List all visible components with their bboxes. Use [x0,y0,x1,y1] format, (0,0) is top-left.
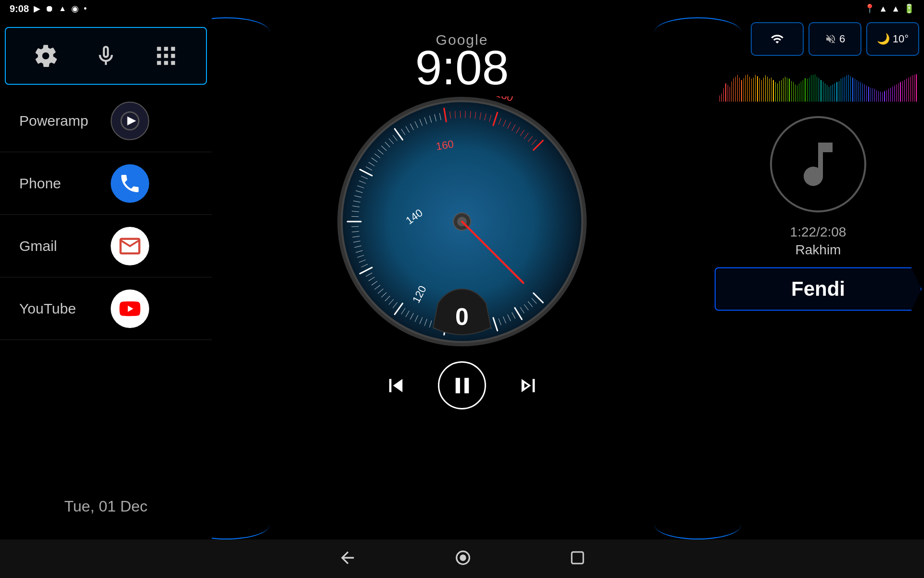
eq-bar [793,82,794,102]
eq-bar [732,81,732,102]
eq-bar [831,85,831,102]
eq-bar [805,78,805,102]
eq-bar [882,92,883,102]
eq-bar [839,81,839,102]
eq-bar [888,89,889,102]
next-button[interactable] [515,372,541,399]
right-panel: 6 🌙 10° 1:22/2:08 Rakhim Fendi [712,17,924,578]
date-display: Tue, 01 Dec [0,498,212,515]
eq-bar [737,75,738,102]
eq-bar [845,77,845,102]
eq-bar [841,79,841,102]
youtube-icon [111,289,149,328]
eq-bar [751,79,752,102]
eq-bar [771,78,771,102]
eq-bar [821,80,821,102]
app-label-youtube: YouTube [19,301,96,317]
eq-bar [791,81,792,102]
top-controls-bar [5,27,207,85]
app-item-youtube[interactable]: YouTube [0,277,212,340]
eq-bar [886,90,887,102]
p-icon: ◉ [71,3,79,14]
eq-bar [892,87,893,102]
eq-bar [904,80,905,102]
eq-bar [763,78,764,102]
music-note-icon [770,116,866,212]
eq-bar [721,93,722,102]
svg-line-59 [351,226,359,227]
eq-bar [864,84,865,102]
eq-bar [787,78,787,102]
speedometer: 0 20 40 60 80 100 120 140 160 180 200 0 [337,96,587,347]
equalizer [717,63,919,102]
eq-bar [757,76,757,102]
eq-bar [912,75,912,102]
eq-bar [914,75,914,102]
app-label-gmail: Gmail [19,238,96,254]
recents-button[interactable] [569,549,586,568]
pause-button[interactable] [438,361,486,409]
app-item-poweramp[interactable]: Poweramp [0,90,212,152]
eq-bar [775,82,776,102]
dot-icon: • [84,4,87,14]
eq-bar [797,85,797,102]
apps-grid-button[interactable] [154,44,178,68]
eq-bar [855,79,855,102]
eq-bar [823,81,823,102]
eq-bar [873,88,873,102]
eq-bar [741,80,742,102]
eq-bar [723,88,724,102]
home-button[interactable] [453,548,473,569]
eq-bar [801,81,801,102]
back-button[interactable] [338,548,357,569]
prev-button[interactable] [383,372,409,399]
main-clock: 9:08 [415,43,509,92]
eq-bar [753,78,754,102]
eq-bar [871,88,871,102]
eq-bar [900,82,900,102]
microphone-button[interactable] [94,44,118,68]
eq-bar [825,83,825,102]
right-status-widgets: 6 🌙 10° [751,22,919,56]
eq-bar [902,81,903,102]
eq-bar [795,84,796,102]
eq-bar [862,83,863,102]
track-title: Fendi [715,267,922,311]
eq-bar [745,75,746,102]
eq-bar [860,82,861,102]
eq-bar [744,78,744,102]
eq-bar [759,78,760,102]
svg-point-122 [460,554,466,561]
eq-bar [739,78,740,102]
eq-bar [779,81,780,102]
svg-rect-123 [572,552,583,564]
eq-bar [836,82,837,102]
eq-bar [789,79,789,102]
track-artist: Rakhim [796,242,841,258]
eq-bar [878,91,879,102]
eq-bar [908,78,909,102]
svg-marker-1 [128,116,136,125]
nav-bar [0,539,924,578]
svg-line-60 [351,216,359,217]
eq-bar [807,79,808,102]
battery-icon: 🔋 [904,3,914,14]
eq-bar [843,78,843,102]
settings-button[interactable] [34,44,58,68]
volume-widget: 6 [808,22,861,56]
eq-bar [755,75,756,102]
app-item-phone[interactable]: Phone [0,152,212,215]
status-left-icons: 9:08 ▶ ⏺ ▲ ◉ • [10,3,87,14]
eq-bar [749,77,750,102]
eq-bar [783,78,783,102]
a-icon: ▲ [59,4,66,13]
eq-bar [884,91,885,102]
eq-bar [769,79,770,102]
eq-bar [728,85,728,102]
eq-bar [773,80,773,102]
eq-bar [765,75,766,102]
eq-bar [910,77,911,102]
eq-bar [735,77,736,102]
app-item-gmail[interactable]: Gmail [0,215,212,277]
eq-bar [785,77,785,102]
